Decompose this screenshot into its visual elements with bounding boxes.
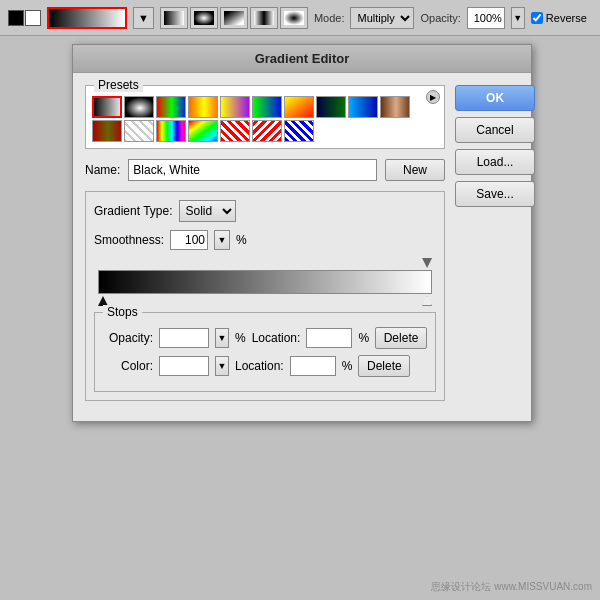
cancel-button[interactable]: Cancel <box>455 117 535 143</box>
gradient-stops-bottom <box>94 296 436 306</box>
preset-r13[interactable] <box>156 120 186 142</box>
stops-legend: Stops <box>103 305 142 319</box>
svg-rect-9 <box>221 97 250 118</box>
color-stop-input[interactable] <box>159 356 209 376</box>
gradient-options-group: Gradient Type: Solid Noise Smoothness: ▼… <box>85 191 445 401</box>
dialog-left-panel: Presets ▶ <box>85 85 445 409</box>
dialog-title: Gradient Editor <box>73 45 531 73</box>
preset-r14[interactable] <box>188 120 218 142</box>
angle-style-btn[interactable] <box>220 7 248 29</box>
preset-dark-blue[interactable] <box>348 96 378 118</box>
preset-yellow-violet[interactable] <box>220 96 250 118</box>
diamond-style-btn[interactable] <box>280 7 308 29</box>
color-stop-right[interactable] <box>422 296 432 306</box>
color-delete-btn[interactable]: Delete <box>358 355 410 377</box>
name-input[interactable] <box>128 159 377 181</box>
color-location-input[interactable] <box>290 356 336 376</box>
gradient-type-select[interactable]: Solid Noise <box>179 200 236 222</box>
opacity-stop-right[interactable] <box>422 258 432 268</box>
reverse-checkbox[interactable] <box>531 12 543 24</box>
preset-diagonal1[interactable] <box>284 96 314 118</box>
radial-style-btn[interactable] <box>190 7 218 29</box>
stops-group: Stops Opacity: ▼ % Location: % Delete <box>94 312 436 392</box>
preset-dark-green[interactable] <box>316 96 346 118</box>
color-stop-label: Color: <box>103 359 153 373</box>
opacity-stops-row: Opacity: ▼ % Location: % Delete <box>103 327 427 349</box>
gradient-stops-top <box>94 258 436 268</box>
name-label: Name: <box>85 163 120 177</box>
opacity-label: Opacity: <box>420 12 460 24</box>
preset-r17[interactable] <box>284 120 314 142</box>
preset-chromium[interactable] <box>188 96 218 118</box>
opacity-delete-btn[interactable]: Delete <box>375 327 427 349</box>
preset-2[interactable] <box>124 96 154 118</box>
preset-r12[interactable] <box>124 120 154 142</box>
color-location-label: Location: <box>235 359 284 373</box>
gradient-type-label: Gradient Type: <box>94 204 173 218</box>
gradient-type-row: Gradient Type: Solid Noise <box>94 200 436 222</box>
reflected-style-btn[interactable] <box>250 7 278 29</box>
linear-style-btn[interactable] <box>160 7 188 29</box>
preset-red-green[interactable] <box>156 96 186 118</box>
svg-rect-10 <box>253 97 282 118</box>
toolbar: ▼ Mode: Multiply Opacity: ▼ Reverse <box>0 0 600 36</box>
preset-r11[interactable] <box>92 120 122 142</box>
svg-rect-11 <box>285 97 314 118</box>
opacity-stop-arrow[interactable]: ▼ <box>215 328 229 348</box>
opacity-percent: % <box>235 331 246 345</box>
presets-expand-btn[interactable]: ▶ <box>426 90 440 104</box>
preset-black-white[interactable] <box>92 96 122 118</box>
smoothness-row: Smoothness: ▼ % <box>94 230 436 250</box>
opacity-arrow[interactable]: ▼ <box>511 7 525 29</box>
svg-rect-7 <box>157 97 186 118</box>
gradient-dropdown-btn[interactable]: ▼ <box>133 7 154 29</box>
foreground-square <box>8 10 24 26</box>
reverse-text: Reverse <box>546 12 587 24</box>
svg-rect-13 <box>349 97 378 118</box>
style-buttons <box>160 7 308 29</box>
opacity-stop-label: Opacity: <box>103 331 153 345</box>
svg-rect-1 <box>194 11 214 25</box>
preset-r16[interactable] <box>252 120 282 142</box>
gradient-preview[interactable] <box>47 7 127 29</box>
watermark: 思缘设计论坛 www.MISSVUAN.com <box>431 580 592 594</box>
dialog-right-panel: OK Cancel Load... Save... <box>455 85 535 409</box>
svg-rect-14 <box>381 97 410 118</box>
opacity-stop-input[interactable] <box>159 328 209 348</box>
gradient-bar-area <box>94 258 436 306</box>
opacity-location-percent: % <box>358 331 369 345</box>
gradient-bar[interactable] <box>98 270 432 294</box>
save-button[interactable]: Save... <box>455 181 535 207</box>
presets-legend: Presets <box>94 78 143 92</box>
opacity-location-input[interactable] <box>306 328 352 348</box>
smoothness-input[interactable] <box>170 230 208 250</box>
smoothness-arrow[interactable]: ▼ <box>214 230 230 250</box>
presets-grid <box>92 96 438 142</box>
smoothness-percent: % <box>236 233 247 247</box>
opacity-location-label: Location: <box>252 331 301 345</box>
preset-green-blue[interactable] <box>252 96 282 118</box>
svg-rect-8 <box>189 97 218 118</box>
svg-rect-15 <box>93 121 122 142</box>
reverse-label[interactable]: Reverse <box>531 12 587 24</box>
svg-rect-6 <box>125 97 154 118</box>
foreground-background-squares[interactable] <box>8 10 41 26</box>
color-location-percent: % <box>342 359 353 373</box>
svg-rect-17 <box>189 121 218 142</box>
preset-copper[interactable] <box>380 96 410 118</box>
name-row: Name: New <box>85 159 445 181</box>
dialog-body: Presets ▶ <box>73 73 531 421</box>
new-button[interactable]: New <box>385 159 445 181</box>
load-button[interactable]: Load... <box>455 149 535 175</box>
svg-rect-4 <box>284 11 304 25</box>
mode-select[interactable]: Multiply <box>350 7 414 29</box>
presets-row-1 <box>92 96 438 118</box>
ok-button[interactable]: OK <box>455 85 535 111</box>
background-square <box>25 10 41 26</box>
presets-group: Presets ▶ <box>85 85 445 149</box>
opacity-input[interactable] <box>467 7 505 29</box>
gradient-editor-dialog: Gradient Editor Presets ▶ <box>72 44 532 422</box>
color-stop-arrow[interactable]: ▼ <box>215 356 229 376</box>
color-stops-row: Color: ▼ Location: % Delete <box>103 355 427 377</box>
preset-r15[interactable] <box>220 120 250 142</box>
